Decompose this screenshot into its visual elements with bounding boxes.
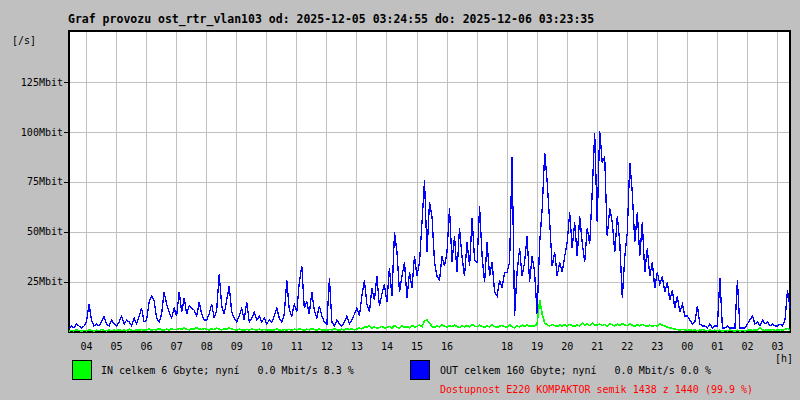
chart-canvas bbox=[0, 0, 800, 400]
in-legend-swatch bbox=[72, 360, 92, 380]
y-tick-label: 25Mbit bbox=[8, 276, 63, 288]
x-tick-label: 13 bbox=[344, 341, 370, 353]
x-tick-label: 07 bbox=[164, 341, 190, 353]
x-tick-label: 04 bbox=[74, 341, 100, 353]
x-tick-label: 21 bbox=[584, 341, 610, 353]
x-axis-unit-label: [h] bbox=[771, 353, 797, 364]
x-tick-label: 08 bbox=[194, 341, 220, 353]
x-tick-label: 16 bbox=[434, 341, 460, 353]
y-tick-label: 50Mbit bbox=[8, 226, 63, 238]
availability-text: Dostupnost E220 KOMPAKTOR semik 1438 z 1… bbox=[440, 384, 753, 395]
x-tick-label: 03 bbox=[764, 341, 790, 353]
x-tick-label: 10 bbox=[254, 341, 280, 353]
y-tick-label: 100Mbit bbox=[8, 127, 63, 139]
x-tick-label: 20 bbox=[554, 341, 580, 353]
x-tick-label: 22 bbox=[614, 341, 640, 353]
x-tick-label: 14 bbox=[374, 341, 400, 353]
x-tick-label: 06 bbox=[134, 341, 160, 353]
out-legend-swatch bbox=[410, 360, 430, 380]
x-tick-label: 09 bbox=[224, 341, 250, 353]
in-legend-label: IN celkem 6 Gbyte; nyní 0.0 Mbit/s 8.3 % bbox=[101, 360, 354, 382]
x-tick-label: 19 bbox=[524, 341, 550, 353]
x-tick-label: 02 bbox=[734, 341, 760, 353]
x-tick-label: 01 bbox=[704, 341, 730, 353]
out-legend-label: OUT celkem 160 Gbyte; nyní 0.0 Mbit/s 0.… bbox=[440, 360, 711, 382]
x-tick-label: 05 bbox=[104, 341, 130, 353]
x-tick-label: 00 bbox=[674, 341, 700, 353]
mrtg-traffic-graph-page: Graf provozu ost_rtr_vlan103 od: 2025-12… bbox=[0, 0, 800, 400]
x-tick-label: 11 bbox=[284, 341, 310, 353]
x-tick-label: 15 bbox=[404, 341, 430, 353]
x-tick-label: 12 bbox=[314, 341, 340, 353]
y-tick-label: 125Mbit bbox=[8, 77, 63, 89]
x-tick-label: 18 bbox=[494, 341, 520, 353]
y-tick-label: 75Mbit bbox=[8, 176, 63, 188]
x-tick-label: 23 bbox=[644, 341, 670, 353]
